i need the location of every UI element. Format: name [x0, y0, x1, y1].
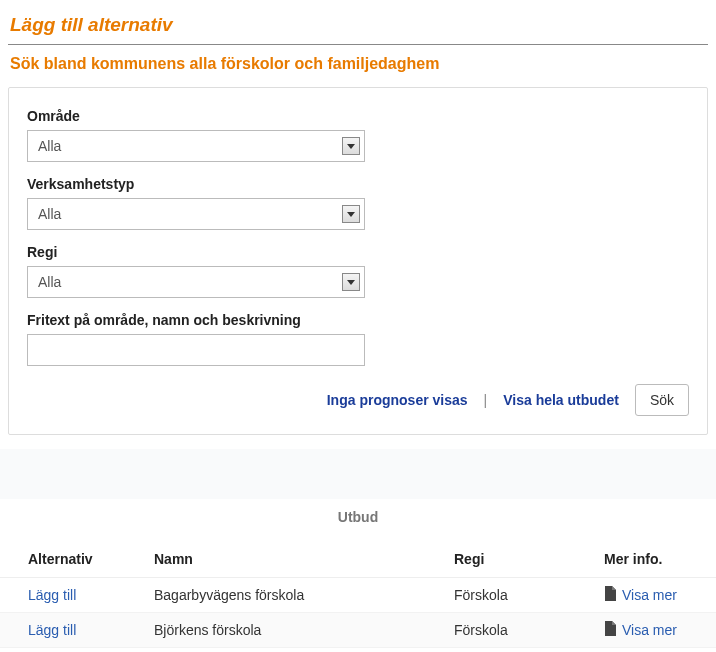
action-row: Inga prognoser visas | Visa hela utbudet… — [27, 384, 689, 416]
table-row: Lägg tillBagarbyvägens förskolaFörskolaV… — [0, 578, 716, 613]
show-more-link[interactable]: Visa mer — [622, 622, 677, 638]
search-button[interactable]: Sök — [635, 384, 689, 416]
chevron-down-icon — [342, 205, 360, 223]
th-alternativ: Alternativ — [0, 543, 140, 578]
divider — [8, 44, 708, 45]
regi-label: Regi — [27, 244, 689, 260]
document-icon — [604, 621, 616, 639]
fritext-input[interactable] — [28, 335, 364, 365]
th-namn: Namn — [140, 543, 440, 578]
chevron-down-icon — [342, 273, 360, 291]
th-regi: Regi — [440, 543, 590, 578]
omrade-label: Område — [27, 108, 689, 124]
fritext-input-wrap — [27, 334, 365, 366]
search-form: Område Alla Verksamhetstyp Alla Regi All… — [8, 87, 708, 435]
show-more-link[interactable]: Visa mer — [622, 587, 677, 603]
cell-namn: Bagarbyvägens förskola — [140, 578, 440, 613]
add-link[interactable]: Lägg till — [28, 587, 76, 603]
table-row: Lägg tillBjörkens förskolaFörskolaVisa m… — [0, 613, 716, 648]
omrade-select[interactable]: Alla — [27, 130, 365, 162]
table-row: Lägg tillBlinkande stjärnanFamiljedaghem… — [0, 648, 716, 653]
results-table: Alternativ Namn Regi Mer info. Lägg till… — [0, 543, 716, 652]
omrade-value: Alla — [38, 138, 61, 154]
cell-regi: Förskola — [440, 578, 590, 613]
results-section-title: Utbud — [0, 499, 716, 543]
show-all-link[interactable]: Visa hela utbudet — [503, 392, 619, 408]
no-prognosis-link[interactable]: Inga prognoser visas — [327, 392, 468, 408]
add-link[interactable]: Lägg till — [28, 622, 76, 638]
verksamhetstyp-select[interactable]: Alla — [27, 198, 365, 230]
verksamhetstyp-label: Verksamhetstyp — [27, 176, 689, 192]
document-icon — [604, 586, 616, 604]
cell-namn: Björkens förskola — [140, 613, 440, 648]
cell-namn: Blinkande stjärnan — [140, 648, 440, 653]
page-subtitle: Sök bland kommunens alla förskolor och f… — [0, 55, 716, 87]
action-separator: | — [484, 392, 488, 408]
regi-select[interactable]: Alla — [27, 266, 365, 298]
th-mer: Mer info. — [590, 543, 716, 578]
cell-regi: Förskola — [440, 613, 590, 648]
cell-regi: Familjedaghem — [440, 648, 590, 653]
background-decoration — [0, 449, 716, 499]
page-title: Lägg till alternativ — [0, 0, 716, 44]
regi-value: Alla — [38, 274, 61, 290]
fritext-label: Fritext på område, namn och beskrivning — [27, 312, 689, 328]
verksamhetstyp-value: Alla — [38, 206, 61, 222]
chevron-down-icon — [342, 137, 360, 155]
